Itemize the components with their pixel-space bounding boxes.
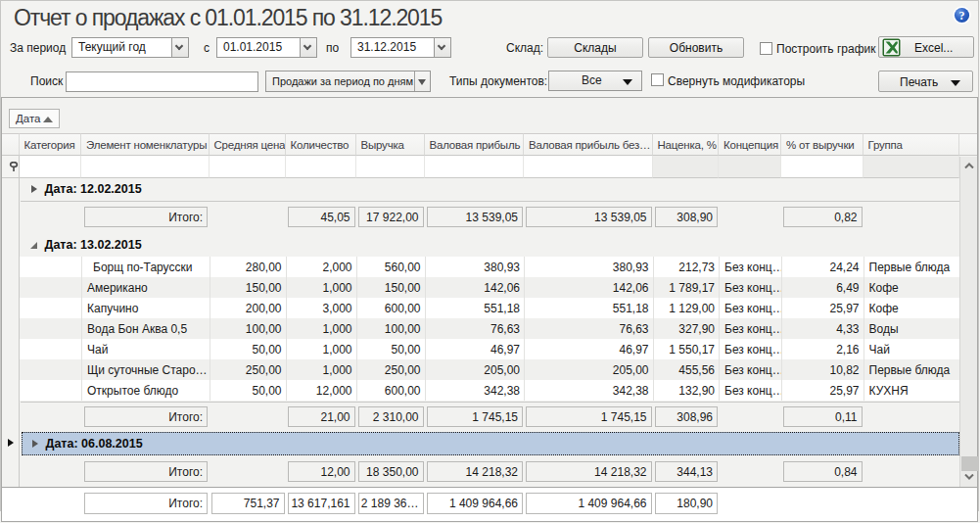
svg-text:?: ? (959, 9, 965, 23)
